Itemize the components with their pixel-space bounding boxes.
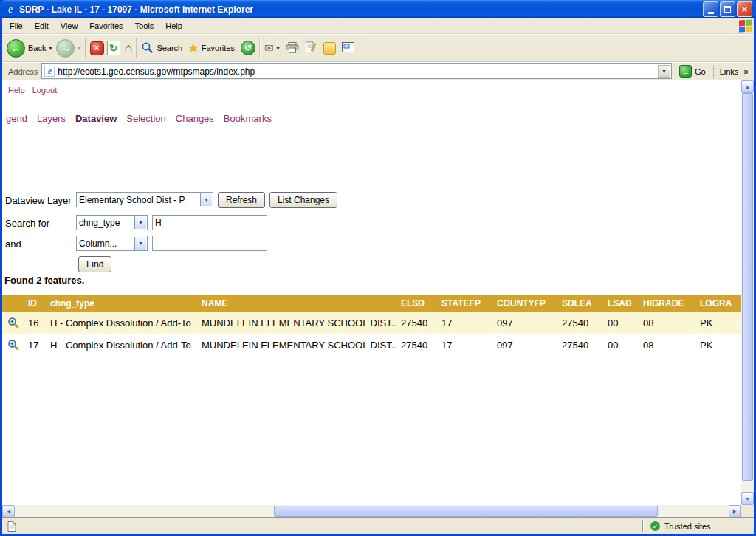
address-url[interactable]: http://ecots1.geo.census.gov/mtpsmaps/in… xyxy=(58,66,255,77)
scroll-down-button[interactable]: ▼ xyxy=(741,492,754,505)
address-input[interactable]: e http://ecots1.geo.census.gov/mtpsmaps/… xyxy=(41,63,672,79)
tab-layers[interactable]: Layers xyxy=(37,113,66,124)
search-column-select[interactable]: chng_type ▾ xyxy=(76,215,148,230)
minimize-button[interactable] xyxy=(703,1,718,17)
vertical-scrollbar[interactable]: ▲ ▼ xyxy=(741,80,754,505)
dataview-layer-value: Elementary School Dist - P xyxy=(79,195,185,205)
and-value-input[interactable] xyxy=(152,236,267,251)
browser-window: e SDRP - Lake IL - 17 - 17097 - Microsof… xyxy=(0,0,756,536)
search-label: Search xyxy=(157,44,182,52)
tab-selection[interactable]: Selection xyxy=(126,113,165,124)
search-for-label: Search for xyxy=(5,218,49,229)
refresh-button[interactable]: ↻ xyxy=(107,41,120,55)
forward-button[interactable]: → ▾ xyxy=(56,39,80,58)
dataview-layer-select[interactable]: Elementary School Dist - P ▾ xyxy=(76,192,213,207)
scroll-right-button[interactable]: ▶ xyxy=(729,505,741,518)
favorites-button[interactable]: ★ Favorites xyxy=(188,41,235,55)
messenger-button[interactable] xyxy=(323,42,336,55)
scroll-left-button[interactable]: ◀ xyxy=(2,505,15,518)
close-button[interactable]: × xyxy=(737,1,752,17)
refresh-layer-button[interactable]: Refresh xyxy=(218,192,265,208)
column-header-higrade: HIGRADE xyxy=(639,295,696,312)
results-table-body: 16H - Complex Dissolution / Add-ToMUNDEL… xyxy=(2,312,741,356)
tab-bookmarks[interactable]: Bookmarks xyxy=(224,113,272,124)
cell-name: MUNDELEIN ELEMENTARY SCHOOL DIST... xyxy=(198,312,397,334)
scrollbar-corner xyxy=(741,505,754,518)
and-column-value: Column... xyxy=(79,238,117,249)
back-button[interactable]: ← Back ▾ xyxy=(7,39,52,58)
go-label: Go xyxy=(695,67,706,76)
menu-help[interactable]: Help xyxy=(159,19,188,32)
search-column-value: chng_type xyxy=(79,218,120,228)
scroll-up-button[interactable]: ▲ xyxy=(741,80,754,93)
links-grip[interactable] xyxy=(713,66,716,78)
vertical-scroll-thumb[interactable] xyxy=(742,93,753,481)
menu-edit[interactable]: Edit xyxy=(29,19,55,32)
menu-tools[interactable]: Tools xyxy=(129,19,160,32)
menu-file[interactable]: File xyxy=(4,19,29,32)
security-zone-label: Trusted sites xyxy=(664,522,711,531)
cell-chng_type: H - Complex Dissolution / Add-To xyxy=(47,312,198,334)
feature-row: 17H - Complex Dissolution / Add-ToMUNDEL… xyxy=(2,334,741,356)
forward-dropdown-icon[interactable]: ▾ xyxy=(78,45,80,52)
mail-icon: ✉ xyxy=(264,41,274,55)
cell-id: 17 xyxy=(24,334,47,356)
column-header-logra: LOGRA xyxy=(696,295,741,312)
find-button[interactable]: Find xyxy=(78,256,111,272)
mail-button[interactable]: ✉ ▾ xyxy=(264,41,280,55)
cell-sdlea: 27540 xyxy=(558,334,604,356)
search-value-input[interactable] xyxy=(152,215,267,230)
maximize-button[interactable] xyxy=(720,1,735,17)
discuss-button[interactable] xyxy=(342,42,354,54)
column-header-name: NAME xyxy=(198,295,397,312)
chevron-down-icon[interactable]: ▾ xyxy=(134,237,146,250)
dataview-layer-row: Dataview Layer Elementary School Dist - … xyxy=(2,192,741,208)
edit-button[interactable] xyxy=(305,41,316,55)
tab-dataview[interactable]: Dataview xyxy=(75,113,117,124)
zoom-to-feature-cell xyxy=(2,334,24,356)
feature-row: 16H - Complex Dissolution / Add-ToMUNDEL… xyxy=(2,312,741,334)
address-dropdown-button[interactable]: ▾ xyxy=(658,65,670,78)
back-label: Back xyxy=(28,44,46,52)
home-button[interactable]: ⌂ xyxy=(125,41,133,56)
menu-view[interactable]: View xyxy=(55,19,84,32)
horizontal-scroll-thumb[interactable] xyxy=(274,506,658,517)
results-summary: Found 2 features. xyxy=(4,275,84,286)
tab-changes[interactable]: Changes xyxy=(176,113,214,124)
mail-dropdown-icon[interactable]: ▾ xyxy=(277,45,280,52)
menu-favorites[interactable]: Favorites xyxy=(83,19,128,32)
and-column-select[interactable]: Column... ▾ xyxy=(76,236,148,251)
cell-higrade: 08 xyxy=(639,334,696,356)
browser-viewport: Help Logout gend Layers Dataview Selecti… xyxy=(2,80,754,518)
search-button[interactable]: Search xyxy=(141,41,182,55)
logout-link[interactable]: Logout xyxy=(32,86,58,95)
history-button[interactable]: ↺ xyxy=(241,41,255,55)
toolbar-separator xyxy=(259,38,261,58)
cell-elsd: 27540 xyxy=(397,334,438,356)
tab-legend[interactable]: gend xyxy=(6,113,27,124)
cell-id: 16 xyxy=(24,312,47,334)
cell-logra: PK xyxy=(696,334,741,356)
stop-button[interactable]: × xyxy=(90,41,104,55)
back-dropdown-icon[interactable]: ▾ xyxy=(49,45,52,52)
page-status-icon xyxy=(7,521,16,532)
links-label[interactable]: Links xyxy=(720,67,739,76)
menu-bar: File Edit View Favorites Tools Help xyxy=(2,18,754,34)
help-link[interactable]: Help xyxy=(8,86,25,95)
favorites-label: Favorites xyxy=(202,44,235,52)
chevron-down-icon[interactable]: ▾ xyxy=(200,193,212,206)
window-controls: × xyxy=(703,1,752,17)
go-button[interactable]: → Go xyxy=(676,65,709,78)
list-changes-button[interactable]: List Changes xyxy=(269,192,337,208)
links-chevron-icon[interactable]: » xyxy=(740,66,752,77)
print-button[interactable] xyxy=(286,42,299,55)
magnifier-zoom-icon[interactable] xyxy=(7,339,19,350)
and-row: and Column... ▾ xyxy=(2,236,741,252)
discuss-icon xyxy=(342,42,354,52)
print-icon xyxy=(286,42,299,53)
horizontal-scrollbar[interactable]: ◀ ▶ xyxy=(2,505,741,518)
status-page-panel xyxy=(2,521,21,532)
window-title: SDRP - Lake IL - 17 - 17097 - Microsoft … xyxy=(19,4,703,15)
chevron-down-icon[interactable]: ▾ xyxy=(134,216,146,229)
magnifier-zoom-icon[interactable] xyxy=(7,317,19,328)
